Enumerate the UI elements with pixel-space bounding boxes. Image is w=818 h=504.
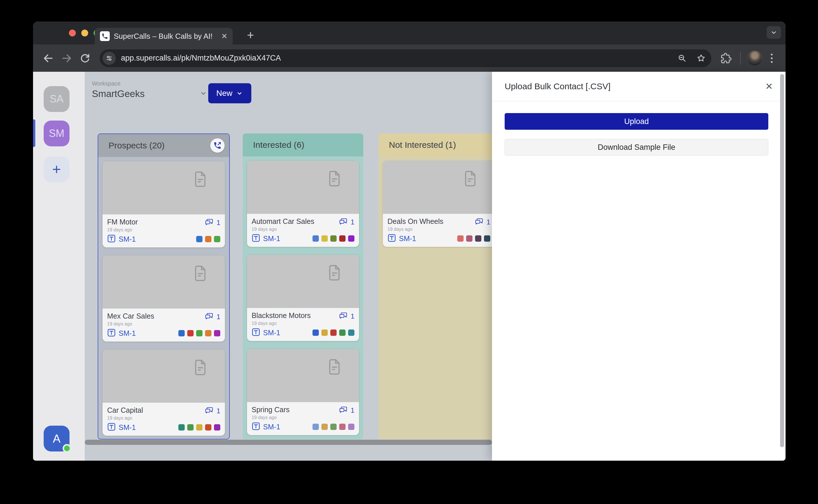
color-label-dot <box>330 235 336 242</box>
document-icon <box>192 170 208 189</box>
card-title: Mex Car Sales <box>107 312 220 320</box>
tag-label: SM-1 <box>263 423 280 431</box>
tab-title: SuperCalls – Bulk Calls by AI! <box>114 32 217 41</box>
reload-button[interactable] <box>77 51 93 66</box>
new-tab-button[interactable]: + <box>244 30 257 42</box>
minimize-window-button[interactable] <box>81 30 88 36</box>
card-chat: 1 <box>475 217 490 227</box>
bookmark-star-icon[interactable] <box>694 51 708 65</box>
label-dots <box>312 424 354 430</box>
back-button[interactable] <box>40 51 56 66</box>
color-label-dot <box>475 235 482 242</box>
sidebar-item-workspace-sm[interactable]: SM <box>44 121 69 146</box>
tab-search-chevron-button[interactable] <box>767 26 781 39</box>
chat-count: 1 <box>351 312 354 320</box>
card-timestamp: 19 days ago <box>252 227 354 232</box>
label-dots <box>312 235 354 242</box>
browser-menu-icon[interactable] <box>765 51 778 66</box>
contact-card[interactable]: Spring Cars 19 days ago 1 SM-1 <box>247 349 359 435</box>
text-tag-icon <box>387 234 396 243</box>
tag-label: SM-1 <box>263 329 280 337</box>
text-tag-icon <box>107 234 116 244</box>
contact-card[interactable]: Mex Car Sales 19 days ago 1 SM-1 <box>102 255 225 342</box>
card-info: Blackstone Motors 19 days ago 1 SM-1 <box>247 308 359 341</box>
color-label-dot <box>187 424 194 431</box>
browser-profile-avatar[interactable] <box>747 51 763 66</box>
card-image-placeholder <box>247 349 359 402</box>
extensions-puzzle-icon[interactable] <box>718 51 734 66</box>
card-info: Mex Car Sales 19 days ago 1 SM-1 <box>102 309 225 342</box>
color-label-dot <box>205 236 211 242</box>
card-tag: SM-1 <box>387 234 416 243</box>
color-label-dot <box>321 329 328 336</box>
tag-label: SM-1 <box>119 235 136 243</box>
contact-card[interactable]: Car Capital 19 days ago 1 SM-1 <box>102 350 225 436</box>
contact-card[interactable]: Deals On Wheels 19 days ago 1 SM-1 <box>383 161 495 247</box>
card-tag: SM-1 <box>252 328 280 338</box>
text-tag-icon <box>252 328 260 338</box>
tag-label: SM-1 <box>119 329 136 338</box>
user-initials: A <box>53 432 61 445</box>
contact-card[interactable]: Automart Car Sales 19 days ago 1 SM-1 <box>247 161 359 247</box>
color-label-dot <box>348 235 354 242</box>
card-info: Car Capital 19 days ago 1 SM-1 <box>102 403 225 436</box>
zoom-out-icon[interactable] <box>675 51 689 65</box>
color-label-dot <box>312 424 319 430</box>
bulk-call-button[interactable] <box>210 138 225 153</box>
label-dots <box>178 330 220 336</box>
browser-tab[interactable]: SuperCalls – Bulk Calls by AI! ✕ <box>95 28 233 44</box>
new-button[interactable]: New <box>208 83 251 103</box>
close-window-button[interactable] <box>69 30 76 36</box>
card-image-placeholder <box>102 255 225 309</box>
chat-count: 1 <box>216 313 220 321</box>
forward-button[interactable] <box>59 51 74 66</box>
label-dots <box>312 329 354 336</box>
chat-bubbles-icon <box>338 311 348 321</box>
sidebar-item-workspace-sa[interactable]: SA <box>44 86 69 112</box>
card-tag: SM-1 <box>252 422 280 432</box>
card-timestamp: 19 days ago <box>107 321 220 327</box>
chat-bubbles-icon <box>475 217 484 227</box>
panel-vertical-scrollbar[interactable] <box>780 74 784 447</box>
color-label-dot <box>484 235 490 242</box>
card-timestamp: 19 days ago <box>252 415 354 420</box>
contact-card[interactable]: Blackstone Motors 19 days ago 1 SM-1 <box>247 255 359 341</box>
site-settings-icon[interactable] <box>102 52 116 65</box>
color-label-dot <box>339 424 345 430</box>
chat-bubbles-icon <box>204 406 214 416</box>
card-image-placeholder <box>247 161 359 214</box>
color-label-dot <box>205 330 211 336</box>
card-chat: 1 <box>204 312 220 322</box>
card-list: Deals On Wheels 19 days ago 1 SM-1 <box>378 156 499 251</box>
color-label-dot <box>321 424 328 430</box>
chat-count: 1 <box>487 218 490 226</box>
card-title: Car Capital <box>107 406 220 414</box>
card-timestamp: 19 days ago <box>387 227 490 232</box>
color-label-dot <box>205 424 211 431</box>
url-text[interactable]: app.supercalls.ai/pk/NmtzbMouZpxk0iaX47C… <box>121 54 670 63</box>
text-tag-icon <box>107 422 116 432</box>
user-avatar[interactable]: A <box>44 426 69 451</box>
panel-title: Upload Bulk Contact [.CSV] <box>505 82 611 91</box>
color-label-dot <box>330 424 336 430</box>
board-area: Workspace SmartGeeks New Prospects (20) … <box>85 72 786 461</box>
color-label-dot <box>348 424 354 430</box>
color-label-dot <box>330 329 336 336</box>
color-label-dot <box>466 235 473 242</box>
color-label-dot <box>214 424 220 431</box>
card-timestamp: 19 days ago <box>107 227 220 232</box>
card-info: Spring Cars 19 days ago 1 SM-1 <box>247 402 359 435</box>
close-icon[interactable]: ✕ <box>765 81 773 92</box>
document-icon <box>326 169 342 189</box>
tab-close-icon[interactable]: ✕ <box>221 32 227 40</box>
horizontal-scrollbar[interactable] <box>85 440 492 445</box>
add-workspace-button[interactable]: + <box>44 156 69 182</box>
workspace-chevron-down-icon[interactable] <box>199 89 208 99</box>
contact-card[interactable]: FM Motor 19 days ago 1 SM-1 <box>102 161 225 247</box>
color-label-dot <box>214 236 220 242</box>
online-status-dot <box>63 444 71 453</box>
upload-button[interactable]: Upload <box>505 113 768 130</box>
url-bar[interactable]: app.supercalls.ai/pk/NmtzbMouZpxk0iaX47C… <box>100 49 711 67</box>
download-sample-file-button[interactable]: Download Sample File <box>505 139 768 156</box>
card-tag: SM-1 <box>252 234 280 243</box>
